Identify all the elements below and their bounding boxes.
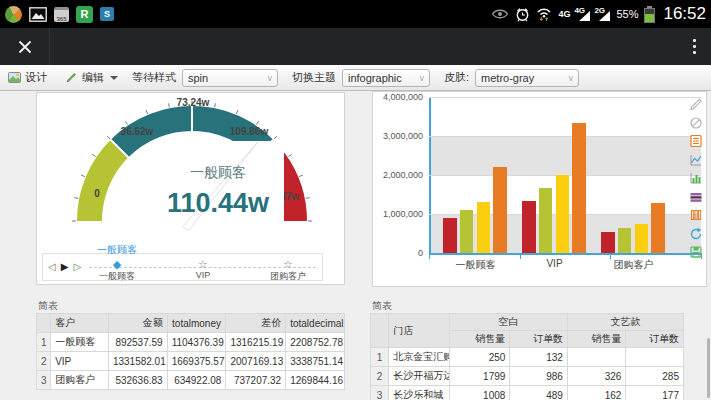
row-number-cell: 1 <box>371 348 389 367</box>
row-number-cell: 2 <box>371 367 389 386</box>
battery-percent: 55% <box>616 8 638 20</box>
cell: 532636.83 <box>108 371 167 390</box>
bar-totalmoney[interactable] <box>539 188 553 253</box>
header-cell: totalmoney <box>167 314 226 333</box>
design-button-label: 设计 <box>25 70 47 85</box>
gauge-title: 一般顾客 <box>190 164 246 180</box>
table-header-row: 门店空白文艺款 <box>371 314 684 331</box>
timeline-next-button[interactable]: ▷ <box>73 261 81 272</box>
skin-select[interactable]: metro-gray ∨ <box>475 69 579 87</box>
refresh-icon[interactable] <box>689 227 703 241</box>
timeline-item-label: 团购客户 <box>270 270 306 283</box>
cell: 长沙乐和城 <box>389 386 450 400</box>
timeline-star-marker-icon[interactable]: ☆ <box>270 259 306 269</box>
cell: 326 <box>567 367 626 386</box>
bar-金额[interactable] <box>443 218 457 253</box>
wait-style-select[interactable]: spin ∨ <box>182 69 278 87</box>
cell <box>567 348 626 367</box>
edit-button[interactable]: 编辑 <box>65 70 118 85</box>
signal-4g-icon: 4G <box>576 7 590 22</box>
app-title-bar <box>0 28 711 65</box>
bar-差价[interactable] <box>635 224 649 253</box>
bar-totalmoney[interactable] <box>460 210 474 253</box>
gauge-minor-tick <box>169 103 170 107</box>
x-axis-category-label: VIP <box>515 258 595 269</box>
bar-totaldecimal[interactable] <box>493 167 507 253</box>
x-axis-tick <box>610 255 611 259</box>
design-button[interactable]: 设计 <box>8 70 47 85</box>
chevron-down-icon: ∨ <box>418 73 425 83</box>
cell: 1799 <box>449 367 510 386</box>
gauge-minor-tick <box>92 154 95 156</box>
screen-filter-eye-icon <box>491 8 509 20</box>
grouped-table-widget: 简表 门店空白文艺款销售量订单数销售量订单数1北京金宝汇购物2501322长沙开… <box>370 299 684 400</box>
s-app-icon: S <box>100 7 114 21</box>
chevron-down-icon: ∨ <box>567 73 574 83</box>
pencil-icon[interactable] <box>689 97 703 111</box>
calendar-icon: 365 <box>54 7 69 22</box>
report-table-icon[interactable] <box>689 134 703 148</box>
notification-app-icon <box>5 6 22 23</box>
bar-差价[interactable] <box>477 202 491 253</box>
timeline-item[interactable]: ☆团购客户 <box>270 259 306 283</box>
timeline-item[interactable]: ◆一般顾客 <box>99 259 135 283</box>
row-number-cell: 2 <box>37 352 51 371</box>
cell: 162 <box>567 386 626 400</box>
gauge-minor-tick <box>107 136 110 139</box>
cell: 250 <box>449 348 510 367</box>
group-header-cell: 文艺款 <box>567 314 683 331</box>
eraser-icon[interactable] <box>689 116 703 130</box>
simple-table-widget: 简表 客户金额totalmoney差价totaldecimal1一般顾客8925… <box>36 299 345 390</box>
simple-table: 客户金额totalmoney差价totaldecimal1一般顾客892537.… <box>36 313 345 390</box>
table-row: 3团购客户532636.83634922.08737207.321269844.… <box>37 371 345 390</box>
status-bar-system: 4G 4G 2G 55% 16:52 <box>491 4 706 24</box>
bar-totaldecimal[interactable] <box>651 203 665 253</box>
wifi-icon <box>536 6 552 22</box>
gauge-tick-label: 0 <box>94 188 100 199</box>
gauge-chart[interactable]: 036.62w73.24w109.86w146.47w 一般顾客 110.44w <box>37 93 346 253</box>
timeline-control: 一般顾客 ◁ ▶ ▷ ◆一般顾客☆VIP☆团购客户 <box>42 253 323 281</box>
x-axis-category-label: 团购客户 <box>594 258 674 272</box>
y-axis-tick-label: 4,000,000 <box>373 92 423 102</box>
line-chart-icon[interactable] <box>689 153 703 167</box>
stacked-bands-icon[interactable] <box>689 190 703 204</box>
bar-totalmoney[interactable] <box>618 228 632 253</box>
timeline-play-button[interactable]: ▶ <box>61 261 69 272</box>
x-axis-line <box>429 253 702 255</box>
bar-金额[interactable] <box>522 201 536 253</box>
header-cell: 客户 <box>51 314 109 333</box>
gauge-minor-tick <box>256 121 258 124</box>
gauge-minor-tick <box>215 103 216 107</box>
table-row: 1北京金宝汇购物250132 <box>371 348 684 367</box>
bar-差价[interactable] <box>556 175 570 253</box>
gauge-arc-low <box>89 149 119 222</box>
cell: 1331582.01 <box>108 352 167 371</box>
page-scrollbar-thumb[interactable] <box>707 338 710 398</box>
gauge-minor-tick <box>236 110 238 114</box>
gauge-tick-label: 36.62w <box>121 126 154 137</box>
timeline-item[interactable]: ☆VIP <box>196 259 211 280</box>
r-app-icon: R <box>76 6 93 23</box>
gauge-tick-label: 73.24w <box>177 97 210 108</box>
bar-totaldecimal[interactable] <box>572 123 586 253</box>
gridline <box>429 97 701 98</box>
gauge-value: 110.44w <box>167 188 270 218</box>
timeline-prev-button[interactable]: ◁ <box>48 261 56 272</box>
s-app-icon-letter: S <box>104 9 110 19</box>
cell <box>626 348 684 367</box>
r-app-icon-letter: R <box>81 8 89 20</box>
y-axis-tick-label: 3,000,000 <box>373 131 423 141</box>
theme-select[interactable]: infographic ∨ <box>342 69 430 87</box>
bar-金额[interactable] <box>601 232 615 253</box>
timeline-star-marker-icon[interactable]: ☆ <box>196 259 211 269</box>
x-axis-tick <box>429 255 430 259</box>
save-icon[interactable] <box>689 245 703 259</box>
bar-chart[interactable]: 01,000,0002,000,0003,000,0004,000,000一般顾… <box>373 92 706 286</box>
column-stripes-icon[interactable] <box>689 208 703 222</box>
header-cell <box>371 314 389 348</box>
bar-chart-icon[interactable] <box>689 171 703 185</box>
close-button[interactable] <box>0 28 50 65</box>
overflow-menu-button[interactable] <box>677 28 711 65</box>
status-bar: 365 R S <box>0 0 711 28</box>
timeline-current-marker-icon[interactable]: ◆ <box>99 259 135 269</box>
